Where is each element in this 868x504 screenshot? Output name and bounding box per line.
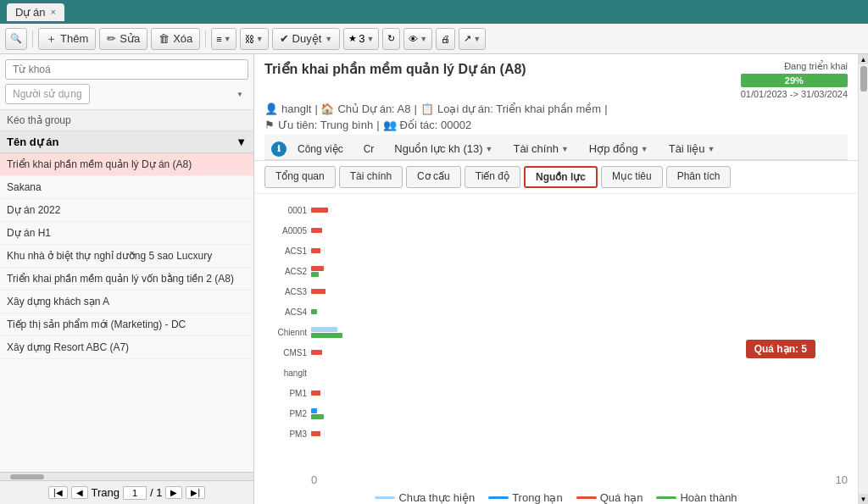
chart-row: 0001 [264,201,848,219]
project-meta: 👤 hanglt | 🏠 Chủ Dự án: A8 | 📋 Loại dự á… [264,102,848,115]
project-list-item[interactable]: Xây dựng Resort ABC (A7) [0,336,253,359]
last-page-button[interactable]: ▶| [186,486,205,499]
star-button[interactable]: ★ 3 ▼ [343,28,379,50]
project-list-item[interactable]: Triển khai phần mềm quản lý vốn bằng tiề… [0,268,253,291]
link-button[interactable]: ⛓ ▼ [240,28,269,50]
separator-2 [205,30,206,47]
project-type: Loại dự án: Triển khai phần mềm [437,102,601,115]
priority-icon: ⚑ [264,119,275,131]
project-title: Triển khai phần mềm quản lý Dự án (A8) [264,61,526,77]
tab-cong-viec[interactable]: Công việc [288,139,353,159]
chart-bars [311,289,848,294]
user-select-wrapper: Người sử dụng [5,84,248,104]
first-page-button[interactable]: |◀ [48,486,68,499]
sub-tab-mục-tiêu[interactable]: Mục tiêu [601,166,663,188]
chart-legend: Chưa thực hiệnTrong hạnQuá hạnHoàn thành [264,486,848,504]
chu-du-an: Chủ Dự án: A8 [337,102,410,115]
bar-hoan [311,309,317,314]
project-list: Triển khai phần mềm quản lý Dự án (A8)Sa… [0,153,253,472]
project-list-item[interactable]: Tiếp thị sản phẩm mới (Marketing) - DC [0,313,253,336]
legend-color [656,496,676,499]
chart-bars [311,431,848,436]
chart-bars [311,390,848,396]
approve-button[interactable]: ✔ Duyệt ▼ [272,28,341,50]
quahan-badge: Quá hạn: 5 [746,340,815,358]
chart-bars [311,266,848,277]
edit-icon: ✏ [107,32,116,45]
print-button[interactable]: 🖨 [436,28,455,50]
sub-tab-tổng-quan[interactable]: Tổng quan [264,166,336,188]
sub-tab-bar: Tổng quanTài chínhCơ cấuTiến độNguồn lực… [254,161,858,194]
project-list-item[interactable]: Khu nhà ở biệt thự nghỉ dưỡng 5 sao Lucx… [0,245,253,268]
sub-tab-tài-chính[interactable]: Tài chính [339,166,403,188]
tab-tai-lieu[interactable]: Tài liệu ▼ [659,138,725,159]
chart-area: 0001A0005ACS1ACS2ACS3ACS4ChienntCMS1hang… [254,194,858,504]
bar-hoan [311,414,324,419]
bar-hoan [311,272,319,277]
sub-tab-nguồn-lực[interactable]: Nguồn lực [524,166,598,188]
bar-trong [311,408,317,413]
sub-tab-tiến-độ[interactable]: Tiến độ [465,166,520,188]
priority: Ưu tiên: Trung bình [278,119,373,131]
project-list-item[interactable]: Dự án H1 [0,222,253,245]
close-tab-button[interactable]: × [50,7,55,17]
chart-row: PM3 [264,424,848,443]
chart-row-label: hanglt [264,368,311,378]
right-scrollbar[interactable]: ▲ ▼ [858,54,868,504]
scroll-thumb [10,474,44,479]
type-icon: 📋 [420,102,434,115]
tab-tai-chinh[interactable]: Tài chính ▼ [504,138,577,159]
project-list-item[interactable]: Triển khai phần mềm quản lý Dự án (A8) [0,153,253,176]
sub-tab-cơ-cấu[interactable]: Cơ cấu [406,166,461,188]
scroll-down-button[interactable]: ▼ [859,494,868,504]
scroll-track [859,64,868,494]
horizontal-scrollbar[interactable] [0,472,253,480]
bar-qua [311,208,328,213]
scroll-thumb-vertical [860,66,867,91]
separator: | [415,102,417,115]
chart-row-label: ACS2 [264,267,311,276]
next-page-button[interactable]: ▶ [165,486,182,499]
x-tick: 10 [798,474,848,486]
refresh-button[interactable]: ↻ [382,28,400,50]
project-list-item[interactable]: Dự án 2022 [0,199,253,222]
add-button[interactable]: ＋ Thêm [38,28,96,50]
menu-button[interactable]: ≡ ▼ [211,28,236,50]
chart-row: ACS3 [264,282,848,301]
x-tick [360,474,409,486]
tab-hop-dong[interactable]: Hợp đồng ▼ [580,138,658,159]
project-list-item[interactable]: Xây dựng khách sạn A [0,291,253,313]
filter-icon[interactable]: ▼ [236,136,247,148]
chart-row: A0005 [264,221,848,240]
legend-color [375,496,395,499]
prev-page-button[interactable]: ◀ [71,486,88,499]
tab-cr[interactable]: Cr [354,139,384,159]
bar-qua [311,228,322,233]
project-list-item[interactable]: Sakana [0,176,253,199]
bar-qua [311,431,320,436]
legend-label: Hoàn thành [680,491,737,504]
scroll-up-button[interactable]: ▲ [859,54,868,64]
title-bar-tab[interactable]: Dự án × [7,3,64,21]
bar-qua [311,289,326,294]
project-header: Triển khai phần mềm quản lý Dự án (A8) Đ… [254,54,858,161]
sub-tab-phân-tích[interactable]: Phân tích [666,166,732,188]
keyword-input[interactable] [5,59,248,80]
info-tab[interactable]: ℹ [271,141,287,157]
edit-button[interactable]: ✏ Sửa [99,28,147,50]
project-status-box: Đang triển khai 29% 01/01/2023 -> 31/03/… [741,61,848,99]
delete-button[interactable]: 🗑 Xóa [151,28,200,50]
total-pages: / 1 [150,486,162,499]
doi-tac-icon: 👥 [383,119,397,131]
chart-row: ACS4 [264,302,848,321]
export-button[interactable]: ↗ ▼ [459,28,486,50]
user-select[interactable]: Người sử dụng [5,84,90,104]
status-label: Đang triển khai [741,61,848,72]
app-icon-button[interactable]: 🔍 [5,28,27,50]
chart-bars [311,228,848,233]
view-button[interactable]: 👁 ▼ [403,28,432,50]
legend-item: Trong hạn [488,491,563,504]
tab-nguon-luc-kh[interactable]: Nguồn lực kh (13) ▼ [385,138,502,159]
keo-group-label: Kéo thả group [0,110,253,131]
page-number-input[interactable] [123,486,147,500]
